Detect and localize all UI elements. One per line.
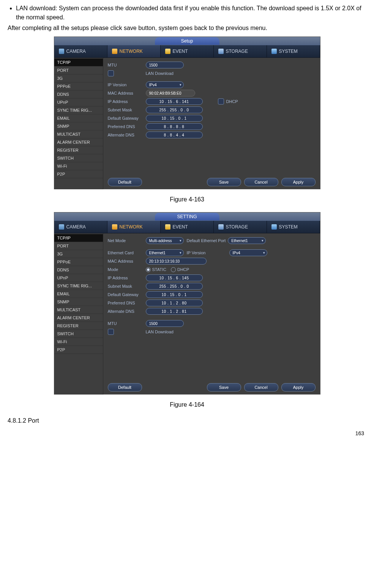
subnet-input[interactable]: 255 . 255 . 0 . 0 xyxy=(146,106,203,113)
adns-input[interactable]: 8 . 8 . 4 . 4 xyxy=(146,132,203,138)
sidebar-item-register[interactable]: REGISTER xyxy=(54,322,103,330)
tab-event-label: EVENT xyxy=(173,224,188,230)
mac-label: MAC Address xyxy=(108,259,146,263)
tab-event[interactable]: EVENT xyxy=(161,221,214,233)
sidebar-item-upnp[interactable]: UPnP xyxy=(54,274,103,282)
mac-value: 20:13:10:13:16:33 xyxy=(146,258,207,265)
sidebar-item-pppoe[interactable]: PPPoE xyxy=(54,258,103,266)
tab-camera[interactable]: CAMERA xyxy=(54,45,107,57)
sidebar-item-register[interactable]: REGISTER xyxy=(54,146,103,154)
figure-164-caption: Figure 4-164 xyxy=(8,401,366,408)
dhcp-checkbox[interactable] xyxy=(218,98,224,105)
sidebar-item-3g[interactable]: 3G xyxy=(54,250,103,258)
sidebar-item-synctime[interactable]: SYNC TIME RIG... xyxy=(54,282,103,290)
section-heading-port: 4.8.1.2 Port xyxy=(8,417,366,424)
sidebar-item-wifi[interactable]: Wi-Fi xyxy=(54,162,103,170)
sidebar-item-pppoe[interactable]: PPPoE xyxy=(54,82,103,90)
sidebar-item-multicast[interactable]: MULTICAST xyxy=(54,130,103,138)
sidebar-item-ddns[interactable]: DDNS xyxy=(54,90,103,98)
default-button[interactable]: Default xyxy=(108,383,142,391)
adns-label: Alternate DNS xyxy=(108,309,146,314)
figure-163-screenshot: Setup CAMERA NETWORK EVENT STORAGE SYSTE… xyxy=(54,36,320,189)
cancel-button[interactable]: Cancel xyxy=(244,178,278,186)
mtu-input[interactable]: 1500 xyxy=(146,62,184,68)
storage-icon xyxy=(218,49,224,54)
sidebar-item-tcpip[interactable]: TCP/IP xyxy=(54,234,103,242)
gateway-label: Default Gateway xyxy=(108,116,146,120)
tab-system[interactable]: SYSTEM xyxy=(267,45,320,57)
default-button[interactable]: Default xyxy=(108,178,142,186)
intro-after: After completing all the setups please c… xyxy=(8,24,366,33)
pdns-input[interactable]: 10 . 1 . 2 . 80 xyxy=(146,300,203,306)
gateway-input[interactable]: 10 . 15 . 0 . 1 xyxy=(146,291,203,298)
sidebar-item-email[interactable]: EMAIL xyxy=(54,290,103,298)
sidebar-item-tcpip[interactable]: TCP/IP xyxy=(54,59,103,67)
sidebar-item-switch[interactable]: SWITCH xyxy=(54,330,103,338)
netmode-label: Net Mode xyxy=(108,238,146,243)
sidebar-item-alarmcenter[interactable]: ALARM CENTER xyxy=(54,138,103,146)
ipversion-select[interactable]: IPv4 xyxy=(146,81,184,88)
save-button[interactable]: Save xyxy=(207,178,241,186)
network-icon xyxy=(112,224,117,230)
subnet-input[interactable]: 255 . 255 . 0 . 0 xyxy=(146,283,203,290)
ethcard-label: Ethernet Card xyxy=(108,250,146,255)
ip-label: IP Address xyxy=(108,99,146,104)
adns-input[interactable]: 10 . 1 . 2 . 81 xyxy=(146,308,203,315)
tab-camera[interactable]: CAMERA xyxy=(54,221,107,233)
tab-storage-label: STORAGE xyxy=(226,224,248,230)
tab-event[interactable]: EVENT xyxy=(161,45,214,57)
sidebar-item-snmp[interactable]: SNMP xyxy=(54,298,103,306)
lan-download-label: LAN Download xyxy=(146,330,174,334)
tab-storage[interactable]: STORAGE xyxy=(214,45,267,57)
tab-system[interactable]: SYSTEM xyxy=(267,221,320,233)
main-tabs: CAMERA NETWORK EVENT STORAGE SYSTEM xyxy=(54,45,320,58)
ipversion-select[interactable]: IPv4 xyxy=(229,249,267,256)
sidebar-item-p2p[interactable]: P2P xyxy=(54,170,103,178)
apply-button[interactable]: Apply xyxy=(281,383,316,391)
defport-select[interactable]: Ethernet1 xyxy=(228,237,266,244)
sidebar-item-snmp[interactable]: SNMP xyxy=(54,122,103,130)
gateway-label: Default Gateway xyxy=(108,292,146,297)
sidebar-item-multicast[interactable]: MULTICAST xyxy=(54,306,103,314)
tab-network[interactable]: NETWORK xyxy=(107,45,161,57)
gateway-input[interactable]: 10 . 15 . 0 . 1 xyxy=(146,115,203,122)
ipversion-label: IP Version xyxy=(108,82,146,87)
mode-dhcp-radio[interactable] xyxy=(171,267,176,272)
sidebar-item-3g[interactable]: 3G xyxy=(54,74,103,82)
sidebar-item-email[interactable]: EMAIL xyxy=(54,114,103,122)
content-164: Net Mode Multi-address Default Ethernet … xyxy=(103,233,320,395)
page-number: 163 xyxy=(8,430,364,436)
mtu-input[interactable]: 1500 xyxy=(146,320,184,327)
pdns-input[interactable]: 8 . 8 . 8 . 8 xyxy=(146,123,203,130)
sidebar-item-alarmcenter[interactable]: ALARM CENTER xyxy=(54,314,103,322)
system-icon xyxy=(271,224,277,230)
pdns-label: Preferred DNS xyxy=(108,301,146,305)
sidebar-item-port[interactable]: PORT xyxy=(54,67,103,74)
system-icon xyxy=(271,49,277,54)
lan-download-checkbox[interactable] xyxy=(108,70,114,76)
ip-input[interactable]: 10 . 15 . 6 . 141 xyxy=(146,98,203,105)
sidebar-item-upnp[interactable]: UPnP xyxy=(54,98,103,106)
sidebar-item-ddns[interactable]: DDNS xyxy=(54,266,103,274)
ethcard-select[interactable]: Ethernet1 xyxy=(146,249,184,256)
sidebar-item-port[interactable]: PORT xyxy=(54,242,103,250)
tab-storage[interactable]: STORAGE xyxy=(214,221,267,233)
lan-download-checkbox[interactable] xyxy=(108,329,114,335)
netmode-select[interactable]: Multi-address xyxy=(146,237,184,244)
sidebar-item-p2p[interactable]: P2P xyxy=(54,346,103,354)
tab-camera-label: CAMERA xyxy=(66,224,86,230)
content-163: MTU 1500 LAN Download IP Version IPv4 MA… xyxy=(103,58,320,189)
sidebar-item-switch[interactable]: SWITCH xyxy=(54,154,103,162)
mode-static-radio[interactable] xyxy=(146,267,151,272)
apply-button[interactable]: Apply xyxy=(281,178,316,186)
ip-input[interactable]: 10 . 15 . 6 . 145 xyxy=(146,274,203,281)
window-title-pill: Setup xyxy=(155,37,219,45)
sidebar-item-wifi[interactable]: Wi-Fi xyxy=(54,338,103,346)
save-button[interactable]: Save xyxy=(207,383,241,391)
defport-label: Default Ethernet Port xyxy=(187,238,226,243)
sidebar-item-synctime[interactable]: SYNC TIME RIG... xyxy=(54,106,103,114)
mac-label: MAC Address xyxy=(108,91,146,95)
cancel-button[interactable]: Cancel xyxy=(244,383,278,391)
camera-icon xyxy=(59,224,64,230)
tab-network[interactable]: NETWORK xyxy=(107,221,161,233)
